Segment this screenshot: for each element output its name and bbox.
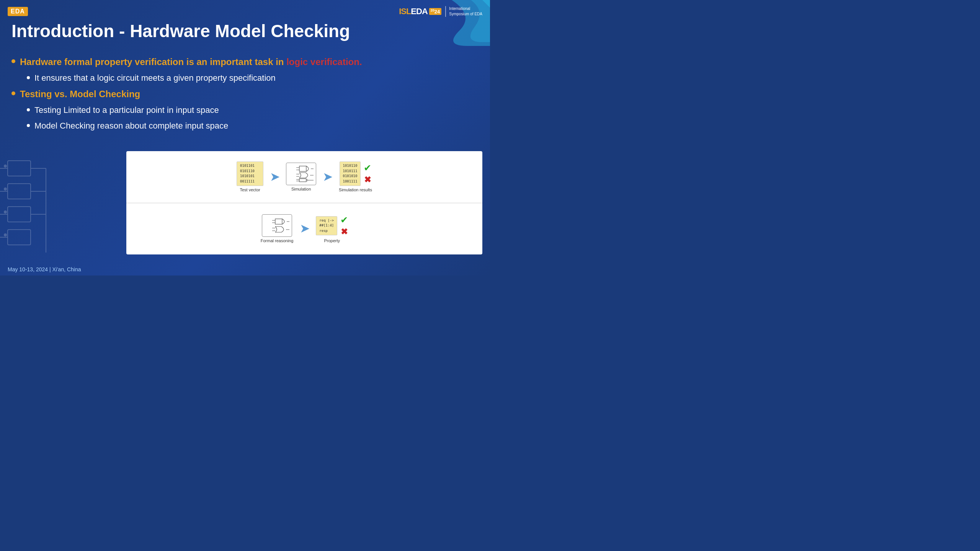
- formal-col: Formal reasoning: [261, 214, 294, 243]
- top-bar: EDA ISLEDA 2024 International Symposium …: [0, 0, 490, 23]
- results-group: 1010110101011101010101001111 ✔ ✖: [340, 161, 372, 186]
- check-icon-2: ✔: [340, 215, 348, 225]
- isleda-is-text: ISLEDA: [399, 7, 428, 16]
- svg-rect-3: [8, 230, 31, 245]
- sub-bullet-1-1-text: It ensures that a logic circuit meets a …: [34, 72, 276, 84]
- property-group: req |->##[1:4]resp ✔ ✖: [316, 215, 348, 237]
- isleda-logo: ISLEDA 2024: [399, 7, 441, 16]
- sub-bullets-2: Testing Limited to a particular point in…: [27, 104, 479, 132]
- property-box: req |->##[1:4]resp: [316, 216, 337, 236]
- sub-bullet-2-1: Testing Limited to a particular point in…: [27, 104, 479, 116]
- simulation-results-col: 1010110101011101010101001111 ✔ ✖ Simulat…: [339, 161, 372, 192]
- bullet-dot-2: [11, 91, 15, 95]
- circuit-decoration-bottom-left: [0, 153, 69, 260]
- diagram-container: 0101101010111010101010011111 Test vector…: [126, 151, 482, 254]
- arrow-2: ➤: [323, 171, 332, 183]
- property-col: req |->##[1:4]resp ✔ ✖ Property: [316, 215, 348, 243]
- eda-logo: EDA: [8, 7, 28, 16]
- diagram-row-1: 0101101010111010101010011111 Test vector…: [126, 151, 482, 203]
- arrow-3: ➤: [300, 222, 309, 235]
- slide: EDA ISLEDA 2024 International Symposium …: [0, 0, 490, 276]
- bullet-1-text: Hardware formal property verification is…: [20, 55, 362, 68]
- bullet-1-highlight: logic verification.: [286, 57, 362, 67]
- eda-logo-text: EDA: [8, 7, 28, 16]
- sim-results-label: Simulation results: [339, 187, 372, 192]
- svg-rect-28: [275, 219, 282, 224]
- svg-rect-16: [299, 166, 306, 171]
- bullet-2: Testing vs. Model Checking: [11, 88, 479, 101]
- sub-bullet-2-1-text: Testing Limited to a particular point in…: [34, 104, 219, 116]
- verdict-icons-2: ✔ ✖: [340, 215, 348, 237]
- sub-bullet-dot-1-1: [27, 76, 30, 79]
- check-icon-1: ✔: [364, 163, 371, 173]
- sub-bullet-2-2: Model Checking reason about complete inp…: [27, 120, 479, 132]
- arrow-1: ➤: [270, 171, 279, 183]
- isleda-year-badge: 2024: [429, 8, 441, 15]
- isleda-header-logo: ISLEDA 2024 International Symposium of E…: [399, 6, 482, 17]
- verdict-icons-1: ✔ ✖: [364, 163, 371, 185]
- bullet-dot-1: [11, 59, 15, 63]
- results-box: 1010110101011101010101001111: [340, 161, 361, 186]
- cross-icon-2: ✖: [341, 227, 348, 237]
- test-vector-box: 0101101010111010101010011111: [237, 161, 263, 186]
- footer-date: May 10-13, 2024 | Xi'an, China: [8, 266, 81, 272]
- svg-rect-1: [8, 184, 31, 199]
- svg-rect-14: [4, 210, 7, 214]
- test-vector-col: 0101101010111010101010011111 Test vector: [237, 161, 263, 192]
- svg-rect-15: [4, 233, 7, 236]
- formal-reasoning-label: Formal reasoning: [261, 238, 294, 243]
- svg-rect-12: [4, 165, 7, 168]
- svg-rect-0: [8, 161, 31, 176]
- bullet-1: Hardware formal property verification is…: [11, 55, 479, 68]
- diagram-row-2: Formal reasoning ➤ req |->##[1:4]resp ✔ …: [126, 203, 482, 255]
- sub-bullets-1: It ensures that a logic circuit meets a …: [27, 72, 479, 84]
- svg-rect-13: [4, 187, 7, 191]
- sub-bullet-dot-2-2: [27, 124, 30, 127]
- cross-icon-1: ✖: [364, 175, 371, 185]
- sub-bullet-dot-2-1: [27, 108, 30, 111]
- simulation-col: Simulation: [286, 163, 316, 191]
- simulation-gate-box: [286, 163, 316, 185]
- property-label: Property: [324, 238, 340, 243]
- simulation-label: Simulation: [291, 187, 311, 191]
- simulation-gate-svg: [289, 165, 314, 183]
- formal-gate-box: [262, 214, 292, 237]
- sub-bullet-2-2-text: Model Checking reason about complete inp…: [34, 120, 228, 132]
- test-vector-label: Test vector: [240, 187, 260, 192]
- sub-bullet-1-1: It ensures that a logic circuit meets a …: [27, 72, 479, 84]
- isleda-subtitle: International Symposium of EDA: [445, 6, 482, 17]
- svg-rect-23: [299, 179, 306, 182]
- svg-rect-2: [8, 207, 31, 222]
- bullet-2-text: Testing vs. Model Checking: [20, 88, 140, 101]
- formal-gate-svg: [265, 217, 289, 234]
- bullet-1-start: Hardware formal property verification is…: [20, 57, 286, 67]
